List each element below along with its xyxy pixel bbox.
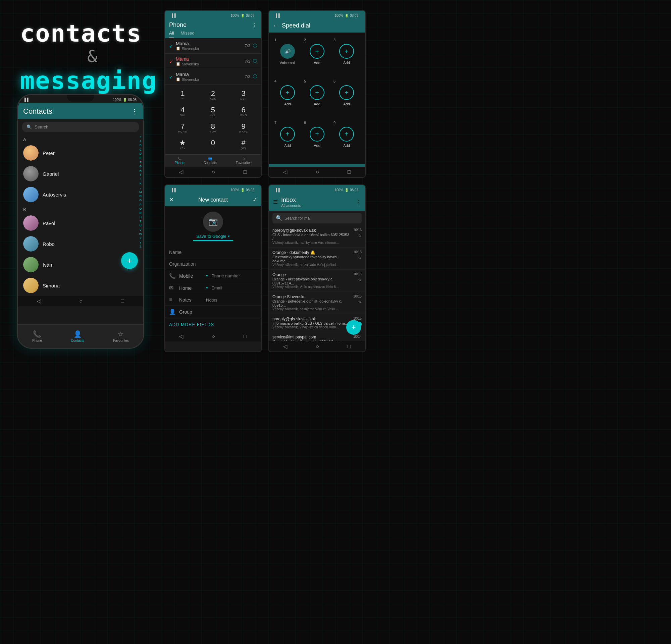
contact-item-peter[interactable]: Peter <box>18 143 143 163</box>
back-button[interactable]: ◁ <box>37 298 41 304</box>
call-item-2[interactable]: ↙ Mama 📋Slovensko 7/3 ⓘ <box>165 54 261 69</box>
add-circle-9: + <box>339 127 354 142</box>
email-item-3[interactable]: Orange Orange - akceptovanie objednávky … <box>269 270 365 292</box>
search-input[interactable]: 🔍 Search <box>22 122 139 132</box>
dial-key-6[interactable]: 6MNO <box>228 104 258 119</box>
speed-slot-2[interactable]: 2 + Add <box>304 38 330 76</box>
email-item-2[interactable]: Orange - dokumenty 🔔 Elektronicky vytvor… <box>269 247 365 270</box>
back-btn-phone[interactable]: ◁ <box>179 169 183 175</box>
org-field[interactable]: Organization <box>165 258 261 270</box>
name-field[interactable]: Name <box>165 246 261 258</box>
home-btn-phone[interactable]: ○ <box>212 169 215 175</box>
recents-btn-inbox[interactable]: □ <box>347 344 351 349</box>
nav-phone-active[interactable]: 📞 Phone <box>175 157 184 165</box>
star-icon-4[interactable]: ☆ <box>358 299 362 304</box>
home-btn-inbox[interactable]: ○ <box>316 344 319 349</box>
tab-all[interactable]: All <box>169 30 174 38</box>
call-item-1[interactable]: ↙ Mama 📋Slovensko 7/3 ⓘ <box>165 38 261 54</box>
info-icon-2[interactable]: ⓘ <box>253 59 257 64</box>
recents-button[interactable]: □ <box>121 298 124 304</box>
dial-key-0[interactable]: 0+ <box>198 137 228 152</box>
mobile-field[interactable]: 📞 Mobile ▾ Phone number <box>165 270 261 282</box>
search-placeholder: Search <box>35 125 48 129</box>
email-item-1[interactable]: noreply@gls-slovakia.sk GLS - Informácia… <box>269 226 365 247</box>
new-contact-title: New contact <box>198 197 228 203</box>
email-item-4[interactable]: Orange Slovensko Orange - potvrdenie o p… <box>269 292 365 314</box>
dial-key-3[interactable]: 3DEF <box>228 87 258 103</box>
home-button[interactable]: ○ <box>79 298 83 304</box>
email-left-2: Orange - dokumenty 🔔 Elektronicky vytvor… <box>273 250 351 267</box>
nav-favourites-inactive[interactable]: ☆ Favourites <box>236 157 252 165</box>
info-icon-1[interactable]: ⓘ <box>253 43 257 49</box>
dial-key-2[interactable]: 2ABC <box>198 87 228 103</box>
speed-slot-5[interactable]: 5 + Add <box>304 79 330 117</box>
speed-slot-8[interactable]: 8 + Add <box>304 121 330 159</box>
dial-key-9[interactable]: 9WXYZ <box>228 120 258 136</box>
speed-slot-6[interactable]: 6 + Add <box>333 79 360 117</box>
speed-slot-9[interactable]: 9 + Add <box>333 121 360 159</box>
tab-missed[interactable]: Missed <box>180 30 194 38</box>
inbox-menu-icon[interactable]: ☰ <box>273 199 278 205</box>
recents-btn-nc[interactable]: □ <box>243 333 247 339</box>
info-icon-3[interactable]: ⓘ <box>253 74 257 79</box>
email-field[interactable]: ✉ Home ▾ Email <box>165 282 261 294</box>
close-icon[interactable]: ✕ <box>169 196 174 203</box>
title-amp: & <box>87 47 161 66</box>
call-item-3[interactable]: ↙ Mama 📋Slovensko 7/3 ⓘ <box>165 69 261 85</box>
speed-slot-4[interactable]: 4 + Add <box>275 79 301 117</box>
back-icon-speed[interactable]: ← <box>273 23 278 29</box>
new-contact-screen: ▌▌ 100% 🔋 08:08 ✕ New contact ✓ 📷 Save t… <box>164 184 262 352</box>
back-btn-speed[interactable]: ◁ <box>283 169 287 175</box>
star-icon-3[interactable]: ☆ <box>358 278 362 282</box>
recents-btn-phone[interactable]: □ <box>243 169 247 175</box>
phone-app-screen: ▌▌ 100% 🔋 08:08 Phone ⋮ All Missed ↙ <box>164 10 262 178</box>
recents-btn-speed[interactable]: □ <box>347 169 351 175</box>
nav-contacts[interactable]: 👤 Contacts <box>71 330 84 343</box>
star-icon-1[interactable]: ☆ <box>358 233 362 238</box>
menu-icon[interactable]: ⋮ <box>131 107 138 115</box>
speed-slot-3[interactable]: 3 + Add <box>333 38 360 76</box>
inbox-fab[interactable]: + <box>346 320 361 335</box>
inbox-more-icon[interactable]: ⋮ <box>356 199 361 205</box>
dial-key-4[interactable]: 4GHI <box>168 104 198 119</box>
phone-menu-icon[interactable]: ⋮ <box>252 22 257 28</box>
contact-item-autoservis[interactable]: Autoservis <box>18 184 143 205</box>
speed-slot-7[interactable]: 7 + Add <box>275 121 301 159</box>
check-icon[interactable]: ✓ <box>253 196 257 203</box>
contact-name-simona: Simona <box>42 283 60 288</box>
star-icon-2[interactable]: ☆ <box>358 255 362 260</box>
speed-slot-1[interactable]: 1 🔊 Voicemail <box>275 38 301 76</box>
home-btn-nc[interactable]: ○ <box>212 333 215 339</box>
contact-item-gabriel[interactable]: Gabriel <box>18 163 143 184</box>
contact-list-area: A Peter Gabriel Autoservis B <box>18 135 143 296</box>
add-more-btn[interactable]: ADD MORE FIELDS <box>165 318 261 331</box>
fab-add-contact[interactable]: + <box>121 252 138 269</box>
contact-item-pavol[interactable]: Pavol <box>18 212 143 233</box>
dial-key-1[interactable]: 1∞ <box>168 87 198 103</box>
new-avatar-circle[interactable]: 📷 <box>203 212 223 232</box>
notes-field[interactable]: ≡ Notes Notes <box>165 294 261 306</box>
nav-contacts-inactive[interactable]: 👥 Contacts <box>203 157 216 165</box>
contacts-app-header: Contacts ⋮ <box>18 103 143 119</box>
phone-status-bar: ▌▌ 100% 🔋 08:08 <box>165 11 261 19</box>
group-field[interactable]: 👤 Group <box>165 306 261 318</box>
inbox-title: Inbox <box>281 196 301 204</box>
speed-dial-grid: 1 🔊 Voicemail 2 + Add 3 + Add 4 + <box>269 33 365 164</box>
dial-key-8[interactable]: 8TUV <box>198 120 228 136</box>
dial-key-7[interactable]: 7PQRS <box>168 120 198 136</box>
nav-phone[interactable]: 📞 Phone <box>32 330 42 343</box>
home-btn-speed[interactable]: ○ <box>316 169 319 175</box>
contact-item-robo[interactable]: Robo <box>18 233 143 254</box>
home-dropdown[interactable]: ▾ <box>206 286 208 290</box>
dial-key-5[interactable]: 5JKL <box>198 104 228 119</box>
notes-placeholder: Notes <box>206 297 217 302</box>
contact-item-simona[interactable]: Simona <box>18 275 143 296</box>
back-btn-nc[interactable]: ◁ <box>179 333 183 339</box>
back-btn-inbox[interactable]: ◁ <box>283 343 287 349</box>
nav-favourites[interactable]: ☆ Favourites <box>113 330 129 343</box>
mobile-dropdown[interactable]: ▾ <box>206 274 208 278</box>
save-to[interactable]: Save to Google ▾ <box>196 234 230 239</box>
dial-key-star[interactable]: ★(P) <box>168 137 198 152</box>
dial-key-hash[interactable]: #(W) <box>228 137 258 152</box>
inbox-search-bar[interactable]: 🔍 Search for mail <box>273 213 362 223</box>
